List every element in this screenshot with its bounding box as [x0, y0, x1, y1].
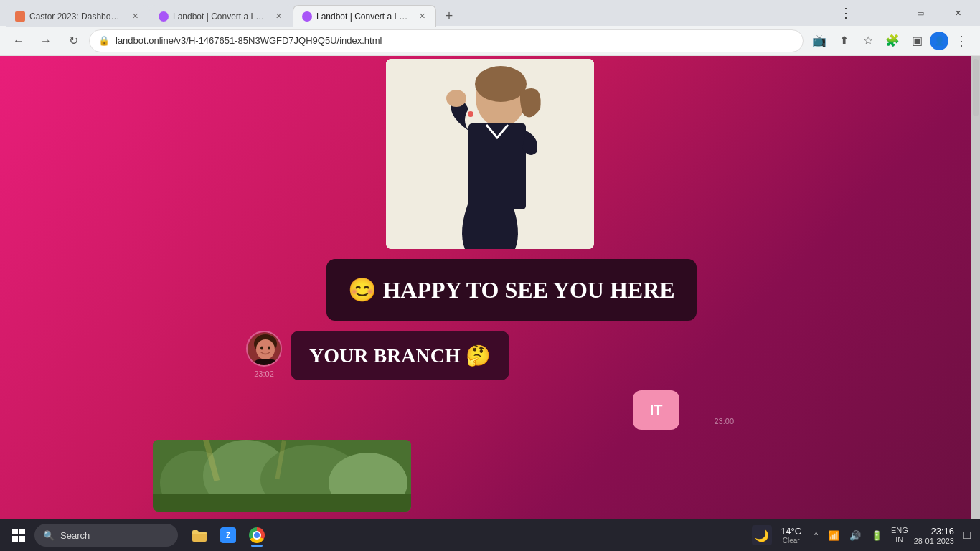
person-image: [386, 59, 594, 249]
tab1-close-button[interactable]: ✕: [130, 11, 140, 22]
svg-point-10: [268, 347, 270, 350]
forward-button[interactable]: →: [34, 29, 57, 52]
taskbar-search-icon: 🔍: [43, 530, 55, 541]
tray-volume-icon[interactable]: 🔊: [847, 527, 864, 544]
greeting-message: HAPPY TO SEE YOU HERE: [382, 277, 674, 303]
scrollbar-track[interactable]: [971, 56, 980, 519]
chat-container: 😊 HAPPY TO SEE YOU HERE: [0, 56, 980, 514]
toolbar-icons: 📺 ⬆ ☆ 🧩 ▣ 👤 ⋮: [808, 29, 973, 52]
zoom-icon: Z: [220, 527, 236, 543]
weather-temp: 14°C: [781, 526, 801, 537]
browser-window: Castor 2023: Dashboard | Devfol ✕ Landbo…: [0, 0, 980, 551]
tab-2[interactable]: Landbot | Convert a Landing Pag ✕: [149, 5, 293, 27]
svg-point-9: [260, 347, 263, 350]
minimize-button[interactable]: —: [867, 0, 900, 26]
menu-button[interactable]: ⋮: [950, 29, 973, 52]
svg-point-2: [475, 66, 527, 102]
person-svg: [386, 59, 594, 249]
greeting-emoji: 😊: [348, 277, 377, 303]
windows-logo-icon: [12, 529, 25, 542]
svg-point-4: [446, 90, 466, 107]
greeting-bubble-wrapper: 😊 HAPPY TO SEE YOU HERE: [0, 259, 980, 321]
tab-3[interactable]: Landbot | Convert a Landing Pag ✕: [293, 5, 436, 27]
notification-button[interactable]: □: [960, 524, 974, 547]
tab1-favicon: [15, 11, 25, 22]
branch-bubble-wrapper: 23:02 YOUR BRANCH 🤔: [0, 331, 980, 380]
clock[interactable]: 23:16 28-01-2023: [914, 526, 954, 545]
back-button[interactable]: ←: [7, 29, 30, 52]
address-text: landbot.online/v3/H-1467651-85N3WGFD7JQH…: [116, 35, 794, 46]
extensions-button[interactable]: 🧩: [881, 29, 904, 52]
tab3-favicon: [302, 11, 312, 22]
profile-button[interactable]: 👤: [930, 32, 948, 50]
taskbar-right: 🌙 14°C Clear ^ 📶 🔊 🔋 ENG IN 23:16: [752, 524, 974, 547]
response-text: IT: [650, 402, 663, 418]
window-more-button[interactable]: ⋮: [829, 0, 862, 26]
branch-row: 23:02 YOUR BRANCH 🤔: [246, 331, 734, 380]
tray-network-icon[interactable]: 📶: [825, 527, 842, 544]
title-bar: Castor 2023: Dashboard | Devfol ✕ Landbo…: [0, 0, 980, 26]
weather-info: 14°C Clear: [776, 524, 806, 546]
taskbar-zoom[interactable]: Z: [215, 522, 241, 548]
tab-1[interactable]: Castor 2023: Dashboard | Devfol ✕: [6, 5, 149, 27]
avatar-wrapper: 23:02: [246, 331, 282, 378]
toolbar: ← → ↻ 🔒 landbot.online/v3/H-1467651-85N3…: [0, 26, 980, 56]
response-bubble-wrapper: IT 23:00: [0, 390, 980, 430]
avatar-svg: [248, 332, 282, 367]
taskbar-search[interactable]: 🔍 Search: [34, 524, 178, 547]
page-content: 😊 HAPPY TO SEE YOU HERE: [0, 56, 980, 519]
svg-point-5: [468, 111, 473, 117]
taskbar-file-explorer[interactable]: [187, 522, 212, 548]
avatar: [246, 331, 282, 367]
language-indicator[interactable]: ENG IN: [891, 526, 908, 545]
scrollbar-thumb[interactable]: [973, 59, 979, 116]
tab3-title: Landbot | Convert a Landing Pag: [316, 11, 410, 22]
sidebar-button[interactable]: ▣: [905, 29, 928, 52]
tab-bar: Castor 2023: Dashboard | Devfol ✕ Landbo…: [6, 0, 829, 26]
tab3-close-button[interactable]: ✕: [417, 11, 427, 22]
forest-svg: [153, 440, 411, 512]
chrome-icon: [249, 527, 265, 543]
taskbar-chrome[interactable]: [244, 522, 270, 548]
lock-icon: 🔒: [98, 35, 110, 46]
weather-desc: Clear: [783, 537, 800, 545]
tab1-title: Castor 2023: Dashboard | Devfol: [29, 11, 123, 22]
new-tab-button[interactable]: +: [439, 6, 459, 26]
clock-time: 23:16: [914, 526, 954, 537]
taskbar-search-text: Search: [60, 530, 90, 541]
svg-point-8: [256, 339, 275, 359]
branch-text: YOUR BRANCH 🤔: [309, 344, 491, 367]
forest-image-wrapper: [0, 440, 980, 512]
file-explorer-icon: [192, 528, 207, 542]
svg-rect-11: [253, 359, 278, 367]
start-button[interactable]: [6, 522, 32, 548]
response-row: IT 23:00: [246, 390, 734, 430]
tray-show-hidden[interactable]: ^: [811, 529, 821, 542]
system-tray: ^ 📶 🔊 🔋: [811, 527, 885, 544]
share-button[interactable]: ⬆: [832, 29, 855, 52]
forest-image-position: [368, 440, 411, 512]
tab2-favicon: [159, 11, 169, 22]
window-controls: ⋮ — ▭ ✕: [829, 0, 974, 26]
clock-date: 28-01-2023: [914, 537, 954, 545]
weather-widget[interactable]: 🌙 14°C Clear: [752, 524, 806, 546]
tab2-close-button[interactable]: ✕: [273, 11, 283, 22]
reload-button[interactable]: ↻: [62, 29, 85, 52]
timestamp2: 23:00: [714, 417, 734, 425]
address-bar[interactable]: 🔒 landbot.online/v3/H-1467651-85N3WGFD7J…: [89, 29, 804, 52]
tray-battery-icon[interactable]: 🔋: [868, 527, 885, 544]
close-button[interactable]: ✕: [941, 0, 974, 26]
taskbar-apps: Z: [187, 522, 270, 548]
timestamp1: 23:02: [254, 369, 274, 378]
branch-bubble: YOUR BRANCH 🤔: [291, 331, 509, 380]
cast-button[interactable]: 📺: [808, 29, 831, 52]
response-bubble: IT: [633, 390, 680, 430]
svg-rect-17: [153, 494, 411, 512]
maximize-button[interactable]: ▭: [904, 0, 937, 26]
greeting-text: 😊 HAPPY TO SEE YOU HERE: [348, 276, 674, 303]
tab2-title: Landbot | Convert a Landing Pag: [173, 11, 266, 22]
bookmark-button[interactable]: ☆: [857, 29, 880, 52]
forest-image-card: [153, 440, 411, 512]
lang-text: ENG: [891, 526, 908, 535]
lang-region: IN: [891, 535, 908, 545]
